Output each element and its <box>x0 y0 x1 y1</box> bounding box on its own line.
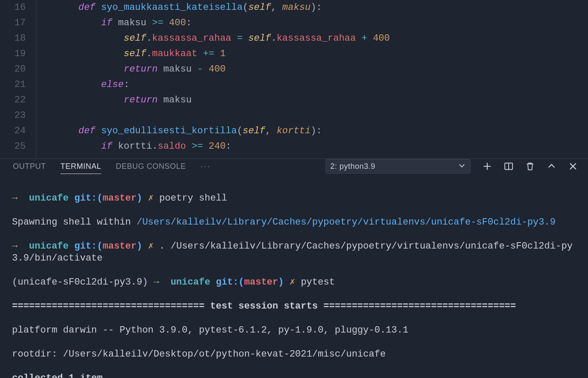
code-line[interactable]: return maksu <box>56 93 588 108</box>
terminal-line: (unicafe-sF0cl2di-py3.9) → unicafe git:(… <box>12 276 576 288</box>
line-number: 25 <box>0 139 26 154</box>
indent-guide <box>36 0 56 159</box>
panel-overflow-icon[interactable]: ··· <box>201 162 211 171</box>
line-number: 19 <box>0 46 26 62</box>
terminal-selector-dropdown[interactable]: 2: python3.9 <box>326 159 470 174</box>
tab-debug-console[interactable]: DEBUG CONSOLE <box>116 159 186 174</box>
split-terminal-icon[interactable] <box>504 162 513 171</box>
line-number: 16 <box>0 0 26 15</box>
panel-actions <box>482 162 578 171</box>
chevron-down-icon <box>458 162 466 171</box>
new-terminal-icon[interactable] <box>482 162 492 171</box>
code-line[interactable]: if maksu >= 400: <box>56 15 588 31</box>
kill-terminal-icon[interactable] <box>525 162 535 171</box>
code-lines[interactable]: def syo_maukkaasti_kateisella(self, maks… <box>56 0 588 159</box>
code-line[interactable]: else: <box>56 77 588 93</box>
terminal-selector-label: 2: python3.9 <box>330 162 375 171</box>
line-number: 24 <box>0 123 26 139</box>
terminal-line: collected 1 item <box>12 372 576 378</box>
close-panel-icon[interactable] <box>568 162 578 171</box>
terminal-line: → unicafe git:(master) ✗ poetry shell <box>12 192 576 204</box>
terminal-line: ================================== test … <box>12 300 576 312</box>
code-line[interactable]: return maksu - 400 <box>56 62 588 77</box>
line-number-gutter: 16171819202122232425 <box>0 0 36 159</box>
terminal-line: → unicafe git:(master) ✗ . /Users/kallei… <box>12 240 576 264</box>
line-number: 22 <box>0 93 26 108</box>
line-number: 21 <box>0 77 26 93</box>
code-line[interactable] <box>56 108 588 123</box>
line-number: 18 <box>0 31 26 46</box>
terminal-line: platform darwin -- Python 3.9.0, pytest-… <box>12 324 576 336</box>
panel-tab-bar: OUTPUT TERMINAL DEBUG CONSOLE ··· 2: pyt… <box>0 159 588 174</box>
code-line[interactable]: if kortti.saldo >= 240: <box>56 139 588 154</box>
terminal-line: Spawning shell within /Users/kalleilv/Li… <box>12 216 576 228</box>
code-line[interactable]: def syo_maukkaasti_kateisella(self, maks… <box>56 0 588 15</box>
line-number: 17 <box>0 15 26 31</box>
tab-terminal[interactable]: TERMINAL <box>60 159 101 174</box>
line-number: 20 <box>0 62 26 77</box>
line-number: 23 <box>0 108 26 123</box>
terminal-output[interactable]: → unicafe git:(master) ✗ poetry shell Sp… <box>0 174 588 378</box>
code-line[interactable]: self.kassassa_rahaa = self.kassassa_raha… <box>56 31 588 46</box>
terminal-line: rootdir: /Users/kalleilv/Desktop/ot/pyth… <box>12 348 576 360</box>
code-line[interactable]: self.maukkaat += 1 <box>56 46 588 62</box>
tab-output[interactable]: OUTPUT <box>13 159 46 174</box>
code-editor[interactable]: 16171819202122232425 def syo_maukkaasti_… <box>0 0 588 159</box>
code-line[interactable]: def syo_edullisesti_kortilla(self, kortt… <box>56 123 588 139</box>
maximize-panel-icon[interactable] <box>547 162 556 171</box>
